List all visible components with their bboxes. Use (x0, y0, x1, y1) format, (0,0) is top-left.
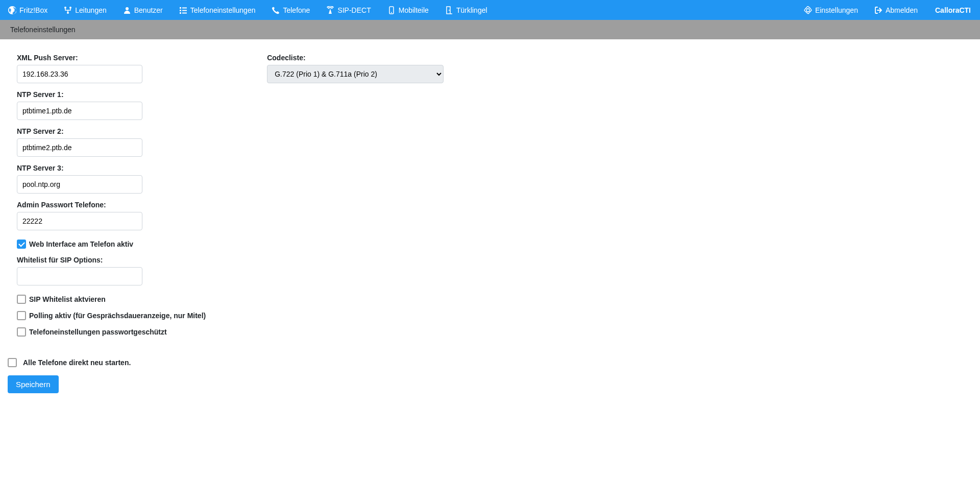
nav-label: Türklingel (456, 6, 487, 14)
admin-pw-label: Admin Passwort Telefone: (17, 201, 206, 209)
gear-icon (804, 6, 812, 14)
nav-item-leitungen[interactable]: Leitungen (56, 0, 115, 20)
nav-item-sip-dect[interactable]: SIP-DECT (318, 0, 379, 20)
whitelist-input[interactable] (17, 267, 142, 285)
nav-label: Mobilteile (399, 6, 429, 14)
svg-rect-5 (182, 7, 187, 8)
svg-rect-9 (182, 12, 187, 13)
svg-point-2 (67, 12, 69, 14)
globe-icon (8, 6, 16, 14)
user-icon (123, 6, 131, 14)
content: XML Push Server: NTP Server 1: NTP Serve… (0, 39, 980, 408)
nav-label: Telefone (283, 6, 310, 14)
page-title: Telefoneinstellungen (0, 20, 980, 39)
web-interface-label: Web Interface am Telefon aktiv (29, 240, 133, 248)
mobile-icon (387, 6, 396, 14)
logout-icon (874, 6, 883, 14)
pw-protect-checkbox[interactable] (17, 327, 26, 337)
nav-item-telefoneinstellungen[interactable]: Telefoneinstellungen (171, 0, 264, 20)
nav-right: Einstellungen Abmelden CalloraCTI (796, 0, 980, 20)
nav-item-einstellungen[interactable]: Einstellungen (796, 0, 866, 20)
nav-label: Leitungen (75, 6, 107, 14)
nav-item-benutzer[interactable]: Benutzer (115, 0, 171, 20)
svg-point-1 (69, 7, 71, 9)
codec-select[interactable]: G.722 (Prio 1) & G.711a (Prio 2) (267, 65, 444, 83)
pw-protect-label: Telefoneinstellungen passwortgeschützt (29, 328, 167, 336)
polling-label: Polling aktiv (für Gesprächsdaueranzeige… (29, 312, 206, 320)
svg-rect-7 (182, 10, 187, 11)
whitelist-label: Whitelist für SIP Options: (17, 256, 206, 264)
top-nav: Fritz!Box Leitungen Benutzer Telefoneins… (0, 0, 980, 20)
phone-icon (272, 6, 280, 14)
svg-point-11 (391, 12, 392, 13)
restart-all-checkbox[interactable] (8, 358, 17, 367)
ntp2-input[interactable] (17, 138, 142, 157)
svg-rect-6 (180, 10, 181, 11)
ntp3-input[interactable] (17, 175, 142, 194)
xml-push-input[interactable] (17, 65, 142, 83)
nav-item-tuerklingel[interactable]: Türklingel (437, 0, 496, 20)
nav-item-telefone[interactable]: Telefone (263, 0, 318, 20)
list-icon (179, 6, 187, 14)
ntp3-label: NTP Server 3: (17, 164, 206, 172)
svg-rect-4 (180, 7, 181, 9)
nav-label: Einstellungen (815, 6, 858, 14)
nav-label: Benutzer (134, 6, 163, 14)
door-icon (445, 6, 453, 14)
nav-item-abmelden[interactable]: Abmelden (866, 0, 926, 20)
brand-label: CalloraCTI (926, 0, 980, 20)
ntp1-input[interactable] (17, 102, 142, 120)
svg-rect-8 (180, 12, 181, 14)
lines-icon (64, 6, 72, 14)
nav-label: Fritz!Box (19, 6, 47, 14)
nav-label: Telefoneinstellungen (190, 6, 256, 14)
restart-all-label: Alle Telefone direkt neu starten. (23, 358, 131, 367)
polling-checkbox[interactable] (17, 311, 26, 320)
xml-push-label: XML Push Server: (17, 54, 206, 62)
svg-point-0 (64, 7, 66, 9)
svg-point-13 (449, 10, 450, 11)
svg-point-3 (126, 7, 129, 10)
sip-whitelist-label: SIP Whitelist aktvieren (29, 295, 106, 303)
web-interface-checkbox[interactable] (17, 240, 26, 249)
nav-left: Fritz!Box Leitungen Benutzer Telefoneins… (0, 0, 496, 20)
codec-label: Codecliste: (267, 54, 444, 62)
save-button[interactable]: Speichern (8, 375, 59, 393)
bottom-actions: Alle Telefone direkt neu starten. Speich… (8, 358, 963, 393)
nav-label: Abmelden (886, 6, 918, 14)
ntp2-label: NTP Server 2: (17, 127, 206, 135)
nav-item-fritzbox[interactable]: Fritz!Box (0, 0, 56, 20)
nav-item-mobilteile[interactable]: Mobilteile (379, 0, 437, 20)
col-left: XML Push Server: NTP Server 1: NTP Serve… (17, 54, 206, 344)
sip-whitelist-checkbox[interactable] (17, 295, 26, 304)
antenna-icon (326, 6, 334, 14)
ntp1-label: NTP Server 1: (17, 90, 206, 99)
nav-label: SIP-DECT (337, 6, 371, 14)
col-right: Codecliste: G.722 (Prio 1) & G.711a (Pri… (267, 54, 444, 90)
admin-pw-input[interactable] (17, 212, 142, 230)
